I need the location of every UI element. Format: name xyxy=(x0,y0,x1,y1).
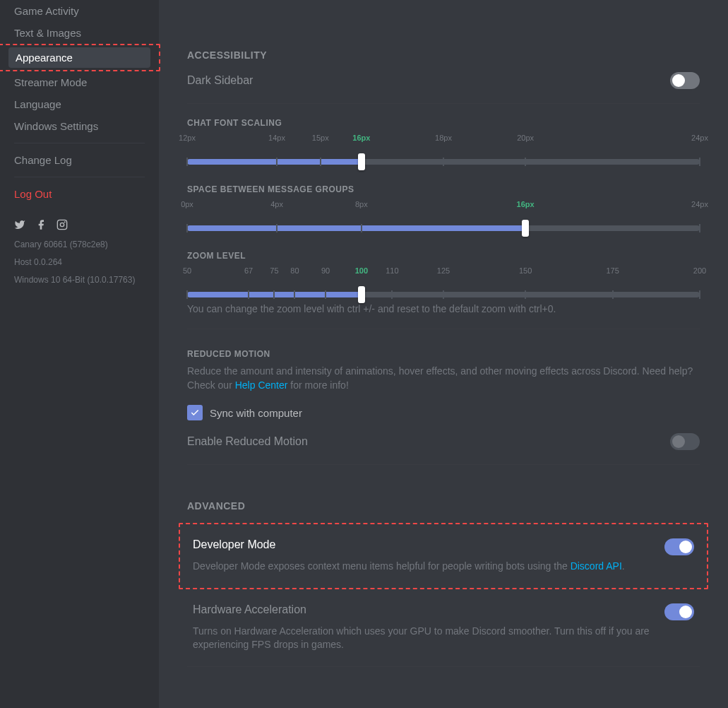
sidebar-item-log-out[interactable]: Log Out xyxy=(7,184,152,204)
sidebar-item-language[interactable]: Language xyxy=(7,94,152,114)
chat-font-scaling-title: CHAT FONT SCALING xyxy=(187,118,700,128)
sidebar-divider xyxy=(14,177,145,177)
accessibility-title: ACCESSIBILITY xyxy=(187,49,700,61)
hardware-accel-toggle[interactable] xyxy=(664,603,694,620)
svg-point-2 xyxy=(64,221,66,223)
settings-sidebar: Game Activity Text & Images Appearance S… xyxy=(0,0,159,708)
sync-with-computer-checkbox[interactable] xyxy=(187,405,203,420)
zoom-help-text: You can change the zoom level with ctrl … xyxy=(187,303,700,314)
main-content: ACCESSIBILITY Dark Sidebar CHAT FONT SCA… xyxy=(159,0,728,708)
version-line-3: Windows 10 64-Bit (10.0.17763) xyxy=(7,271,152,289)
instagram-icon[interactable] xyxy=(56,219,68,230)
sidebar-item-appearance[interactable]: Appearance xyxy=(8,47,150,68)
sidebar-divider xyxy=(14,143,145,143)
dark-sidebar-label: Dark Sidebar xyxy=(187,74,253,87)
sync-with-computer-label: Sync with computer xyxy=(210,407,302,419)
sidebar-item-windows-settings[interactable]: Windows Settings xyxy=(7,116,152,136)
developer-mode-label: Developer Mode xyxy=(193,538,275,551)
chat-font-scaling-slider[interactable]: 12px14px15px16px18px20px24px xyxy=(187,134,700,165)
hardware-accel-desc: Turns on Hardware Acceleration which use… xyxy=(193,625,694,652)
zoom-level-title: ZOOM LEVEL xyxy=(187,251,700,261)
hardware-accel-label: Hardware Acceleration xyxy=(193,603,306,616)
space-between-title: SPACE BETWEEN MESSAGE GROUPS xyxy=(187,184,700,194)
discord-api-link[interactable]: Discord API xyxy=(571,560,622,572)
enable-reduced-motion-toggle[interactable] xyxy=(670,433,700,450)
reduced-motion-title: REDUCED MOTION xyxy=(187,349,700,359)
svg-point-1 xyxy=(60,223,64,226)
reduced-motion-desc: Reduce the amount and intensity of anima… xyxy=(187,365,700,392)
twitter-icon[interactable] xyxy=(14,219,25,230)
dark-sidebar-toggle[interactable] xyxy=(670,72,700,89)
advanced-title: ADVANCED xyxy=(187,500,700,512)
zoom-level-slider[interactable]: 5067758090100110125150175200 xyxy=(187,266,700,297)
facebook-icon[interactable] xyxy=(35,219,47,230)
version-line-2: Host 0.0.264 xyxy=(7,254,152,271)
help-center-link[interactable]: Help Center xyxy=(235,379,288,391)
svg-rect-0 xyxy=(57,220,66,229)
sidebar-item-text-images[interactable]: Text & Images xyxy=(7,23,152,43)
developer-mode-desc: Developer Mode exposes context menu item… xyxy=(193,560,694,574)
sidebar-item-streamer-mode[interactable]: Streamer Mode xyxy=(7,72,152,93)
developer-mode-toggle[interactable] xyxy=(664,538,694,555)
sidebar-item-game-activity[interactable]: Game Activity xyxy=(7,1,152,21)
version-line-1: Canary 60661 (578c2e8) xyxy=(7,236,152,254)
sidebar-item-change-log[interactable]: Change Log xyxy=(7,150,152,170)
space-between-slider[interactable]: 0px4px8px16px24px xyxy=(187,200,700,231)
enable-reduced-motion-label: Enable Reduced Motion xyxy=(187,435,308,448)
